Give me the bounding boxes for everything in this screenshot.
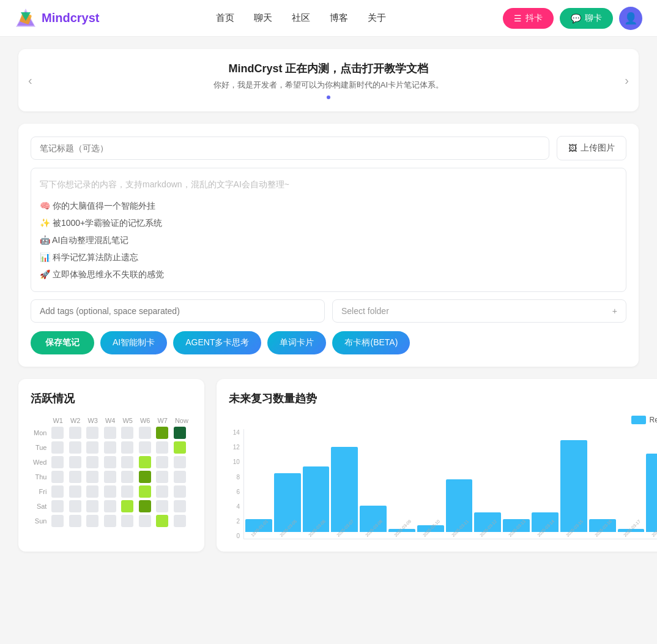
w3-header: W3 (84, 416, 102, 425)
list-item (84, 514, 102, 528)
menu-icon: ☰ (514, 13, 522, 23)
word-card-button[interactable]: 单词卡片 (267, 331, 326, 354)
bar (331, 447, 358, 532)
list-item (67, 455, 84, 470)
buka-button[interactable]: 布卡柄(BETA) (332, 331, 410, 354)
list-item (84, 425, 102, 440)
nav-chat[interactable]: 聊天 (254, 12, 272, 24)
nav-about[interactable]: 关于 (368, 12, 386, 24)
list-item (49, 499, 67, 514)
list-item (136, 470, 154, 484)
bar-wrap: 2025-03-09 (388, 529, 415, 539)
hint-3: 🤖 AI自动整理混乱笔记 (40, 231, 617, 249)
agent-button[interactable]: AGENT多卡思考 (173, 331, 261, 354)
list-item (84, 499, 102, 514)
nav-blog[interactable]: 博客 (330, 12, 348, 24)
nav-home[interactable]: 首页 (216, 12, 234, 24)
action-buttons: 保存笔记 AI智能制卡 AGENT多卡思考 单词卡片 布卡柄(BETA) (31, 331, 626, 354)
title-input[interactable] (31, 137, 549, 160)
legend-color-box (631, 416, 646, 424)
hint-1: 🧠 你的大脑值得一个智能外挂 (40, 197, 617, 214)
table-row: Mon (31, 425, 192, 440)
bar-wrap: 2025-03-07 (331, 447, 358, 539)
day-label: Wed (31, 455, 49, 470)
ai-card-button[interactable]: AI智能制卡 (100, 331, 167, 354)
week-header-row: W1 W2 W3 W4 W5 W6 W7 Now (31, 416, 192, 425)
list-item (136, 440, 154, 455)
list-item (119, 455, 136, 470)
activity-grid-container: W1 W2 W3 W4 W5 W6 W7 Now MonTueWedThuFri… (31, 416, 192, 528)
list-item (49, 425, 67, 440)
list-item (136, 499, 154, 514)
bar (446, 479, 473, 532)
list-item (154, 440, 171, 455)
tags-input[interactable] (31, 299, 325, 323)
banner-prev-button[interactable]: ‹ (28, 73, 32, 88)
day-label: Sun (31, 514, 49, 528)
bar-chart: 1970-01-012025-03-052025-03-062025-03-07… (243, 429, 657, 539)
table-row: Sat (31, 499, 192, 514)
w6-header: W6 (136, 416, 154, 425)
hint-5: 🚀 立即体验思维永不失联的感觉 (40, 266, 617, 283)
table-row: Wed (31, 455, 192, 470)
folder-label: Select folder (341, 306, 389, 316)
y-axis-label: 8 (229, 474, 240, 481)
bar (560, 440, 587, 532)
bar-wrap: 2025-03-05 (274, 473, 301, 539)
list-item (84, 470, 102, 484)
list-item (171, 514, 192, 528)
bar-wrap: 2025-03-15 (560, 440, 587, 539)
liaoka-button[interactable]: 💬 聊卡 (560, 8, 613, 29)
navbar: Mindcryst 首页 聊天 社区 博客 关于 ☰ 抖卡 💬 聊卡 👤 (0, 0, 657, 37)
day-label: Fri (31, 484, 49, 499)
y-axis-label: 14 (229, 429, 240, 436)
folder-select[interactable]: Select folder + (332, 299, 626, 323)
save-button[interactable]: 保存笔记 (31, 331, 94, 354)
y-axis-label: 12 (229, 444, 240, 451)
banner-title: MindCryst 正在内测，点击打开教学文档 (55, 61, 602, 76)
w5-header: W5 (119, 416, 136, 425)
bar-wrap: 2025-03-11 (446, 479, 473, 539)
list-item (154, 425, 171, 440)
upload-button[interactable]: 🖼 上传图片 (557, 136, 626, 160)
legend-label: Review Quantity (650, 416, 657, 424)
list-item (67, 514, 84, 528)
list-item (84, 484, 102, 499)
list-item (136, 425, 154, 440)
list-item (102, 470, 119, 484)
main-content: ‹ MindCryst 正在内测，点击打开教学文档 你好，我是开发者，希望可以为… (0, 37, 657, 564)
plus-icon: + (612, 306, 617, 316)
douka-label: 抖卡 (525, 13, 543, 24)
list-item (67, 499, 84, 514)
banner-next-button[interactable]: › (625, 73, 629, 88)
list-item (67, 484, 84, 499)
list-item (84, 455, 102, 470)
activity-title: 活跃情况 (31, 391, 192, 406)
day-label: Mon (31, 425, 49, 440)
list-item (119, 514, 136, 528)
day-label: Thu (31, 470, 49, 484)
bar-wrap: 1970-01-01 (245, 519, 272, 539)
day-col-header (31, 416, 49, 425)
logo[interactable]: Mindcryst (15, 7, 99, 29)
list-item (49, 470, 67, 484)
y-axis-label: 0 (229, 533, 240, 539)
y-axis-label: 6 (229, 489, 240, 495)
list-item (119, 499, 136, 514)
list-item (49, 455, 67, 470)
chart-legend: Review Quantity (229, 416, 657, 424)
list-item (171, 470, 192, 484)
list-item (49, 440, 67, 455)
list-item (119, 470, 136, 484)
activity-body: MonTueWedThuFriSatSun (31, 425, 192, 528)
user-button[interactable]: 👤 (619, 7, 642, 30)
day-label: Tue (31, 440, 49, 455)
list-item (102, 440, 119, 455)
list-item (102, 514, 119, 528)
list-item (67, 440, 84, 455)
nav-community[interactable]: 社区 (292, 12, 310, 24)
w4-header: W4 (102, 416, 119, 425)
list-item (136, 455, 154, 470)
content-area[interactable]: 写下你想记录的内容，支持markdown，混乱的文字AI会自动整理~ 🧠 你的大… (31, 168, 626, 292)
douka-button[interactable]: ☰ 抖卡 (503, 8, 554, 29)
